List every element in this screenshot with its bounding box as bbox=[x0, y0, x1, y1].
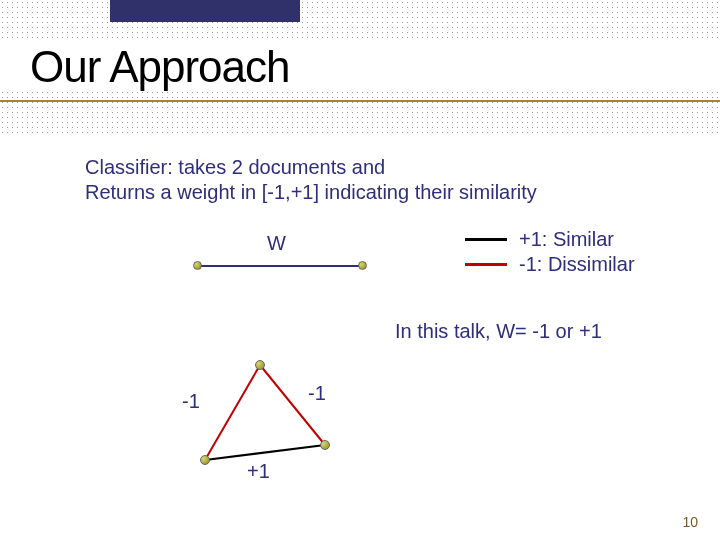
edge-top-right bbox=[260, 365, 325, 445]
triangle-label-left: -1 bbox=[182, 390, 200, 413]
legend-similar: +1: Similar bbox=[465, 228, 635, 251]
triangle-diagram: -1 -1 +1 bbox=[200, 360, 360, 480]
slide-title: Our Approach bbox=[30, 42, 290, 92]
triangle-node-bottom-right bbox=[320, 440, 330, 450]
legend-dissimilar: -1: Dissimilar bbox=[465, 253, 635, 276]
triangle-label-bottom: +1 bbox=[247, 460, 270, 483]
legend-line-black bbox=[465, 238, 507, 241]
triangle-node-bottom-left bbox=[200, 455, 210, 465]
edge-line bbox=[198, 265, 362, 267]
triangle-edges bbox=[200, 360, 360, 480]
edge-weight-label: W bbox=[267, 232, 286, 255]
single-edge-diagram bbox=[193, 260, 367, 272]
description-line-1: Classifier: takes 2 documents and bbox=[85, 155, 537, 180]
legend-dissimilar-text: -1: Dissimilar bbox=[519, 253, 635, 276]
dotted-band-top bbox=[0, 0, 720, 40]
legend-line-red bbox=[465, 263, 507, 266]
triangle-label-right: -1 bbox=[308, 382, 326, 405]
triangle-node-top bbox=[255, 360, 265, 370]
legend: +1: Similar -1: Dissimilar bbox=[465, 228, 635, 278]
dotted-band-under bbox=[0, 90, 720, 135]
page-number: 10 bbox=[682, 514, 698, 530]
legend-similar-text: +1: Similar bbox=[519, 228, 614, 251]
description-line-2: Returns a weight in [-1,+1] indicating t… bbox=[85, 180, 537, 205]
description: Classifier: takes 2 documents and Return… bbox=[85, 155, 537, 205]
note-text: In this talk, W= -1 or +1 bbox=[395, 320, 602, 343]
title-accent-bar bbox=[110, 0, 300, 22]
node-left bbox=[193, 261, 202, 270]
edge-bottom bbox=[205, 445, 325, 460]
node-right bbox=[358, 261, 367, 270]
edge-top-left bbox=[205, 365, 260, 460]
